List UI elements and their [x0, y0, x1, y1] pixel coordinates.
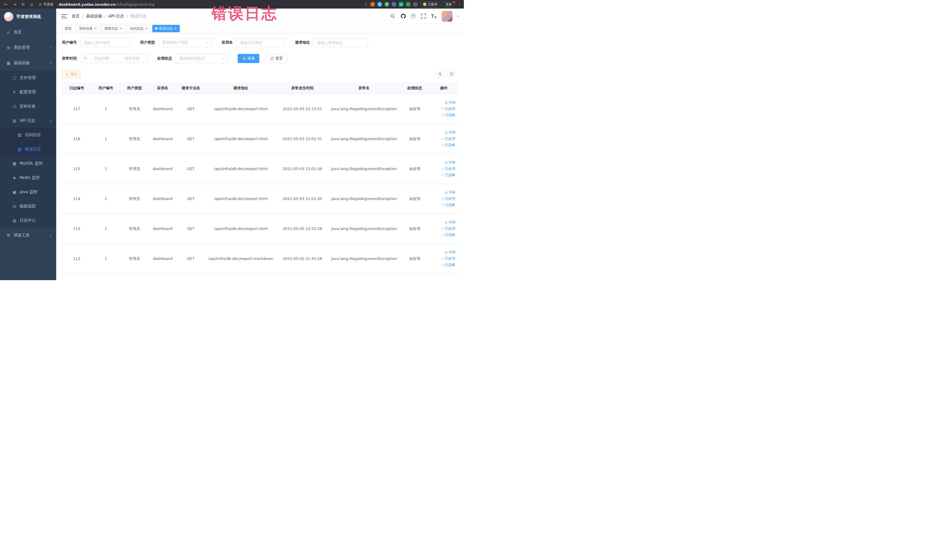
- breadcrumb-item[interactable]: 首页: [72, 14, 79, 19]
- mark-ignored-link[interactable]: ✓已忽略: [442, 262, 455, 267]
- mark-processed-link[interactable]: ✓已处理: [442, 136, 455, 141]
- sidebar-item-system-management[interactable]: ⚙ 系统管理 ∨: [0, 40, 56, 55]
- tools-icon: ⚒: [6, 233, 11, 238]
- gear-icon: ⚙: [6, 45, 11, 50]
- table-row: 117 1 管理员 dashboard GET /api/infra/db-do…: [62, 94, 458, 124]
- detail-link[interactable]: ◎详细: [445, 160, 455, 165]
- app-name-input[interactable]: [236, 38, 285, 47]
- export-button[interactable]: 导出: [62, 70, 81, 78]
- user-type-select[interactable]: 请选择用户类型: [158, 38, 212, 47]
- font-size-icon[interactable]: T⇅: [431, 14, 437, 19]
- cell-log-id: 117: [62, 94, 92, 124]
- back-icon[interactable]: ←: [3, 1, 9, 8]
- calendar-icon: [83, 57, 87, 61]
- sidebar-item-api-logs[interactable]: ▤ API 日志 ∧: [0, 113, 56, 128]
- paused-badge[interactable]: 已暂停: [420, 2, 440, 8]
- sidebar-item-dev-tools[interactable]: ⚒ 研发工具 ∨: [0, 227, 56, 243]
- toggle-search-button[interactable]: [436, 70, 444, 78]
- mark-processed-link[interactable]: ✓已处理: [442, 107, 455, 111]
- extension-icon[interactable]: [370, 2, 375, 6]
- update-button[interactable]: 更新: [443, 2, 455, 8]
- eye-icon: ◎: [445, 191, 447, 194]
- tab-access-logs[interactable]: 访问日志 ×: [127, 25, 151, 32]
- extension-on-icon[interactable]: on: [399, 2, 403, 6]
- infrastructure-icon: ▦: [6, 61, 11, 65]
- sidebar-item-mysql-monitor[interactable]: ▦ MySQL 监控: [0, 156, 56, 171]
- breadcrumb-item[interactable]: API 日志: [108, 14, 124, 19]
- mark-ignored-link[interactable]: ✓已忽略: [442, 203, 455, 208]
- help-icon[interactable]: ?: [411, 14, 416, 18]
- breadcrumb-item[interactable]: 基础设施: [86, 14, 102, 19]
- extension-icon[interactable]: [413, 2, 418, 6]
- exception-time-range-picker[interactable]: 开始日期 - 结束日期: [80, 54, 148, 63]
- tab-schedule-logs[interactable]: 调度日志 ×: [102, 25, 125, 32]
- address-bar[interactable]: dashboard.yudao.iocoder.cn/infra/log/api…: [59, 2, 362, 6]
- avatar-caret-icon[interactable]: ▾: [457, 15, 459, 18]
- user-avatar[interactable]: [442, 11, 452, 22]
- refresh-table-button[interactable]: [447, 70, 456, 78]
- close-icon[interactable]: ×: [174, 26, 177, 31]
- github-icon[interactable]: [400, 14, 406, 19]
- close-icon[interactable]: ×: [94, 26, 97, 31]
- cell-exception: java.lang.IllegalArgumentException: [328, 124, 400, 154]
- breadcrumb: 首页 / 基础设施 / API 日志 / 错误日志: [72, 14, 147, 19]
- mark-processed-link[interactable]: ✓已处理: [442, 166, 455, 171]
- sidebar-item-infrastructure[interactable]: ▦ 基础设施 ∧: [0, 55, 56, 71]
- log-icon: ▤: [12, 118, 17, 123]
- cell-time: 2021-05-02 21:45:28: [276, 244, 328, 273]
- mark-processed-link[interactable]: ✓已处理: [442, 196, 455, 201]
- sidebar-item-log-center[interactable]: ▤ 日志中心: [0, 214, 56, 227]
- sidebar-item-redis-monitor[interactable]: ◈ Redis 监控: [0, 171, 56, 185]
- cell-user-type: 管理员: [120, 214, 149, 244]
- tab-error-logs[interactable]: 错误日志 ×: [152, 25, 180, 32]
- sidebar-item-scheduled-tasks[interactable]: ◷ 定时任务: [0, 99, 56, 113]
- reset-button[interactable]: 重置: [266, 54, 287, 63]
- extension-icon[interactable]: [392, 2, 396, 6]
- extension-icon[interactable]: [377, 2, 382, 6]
- user-id-input[interactable]: [80, 38, 130, 47]
- app-logo[interactable]: 芋道管理系统: [0, 9, 56, 24]
- mark-processed-link[interactable]: ✓已处理: [442, 256, 455, 261]
- mark-ignored-link[interactable]: ✓已忽略: [442, 172, 455, 177]
- extension-icon[interactable]: [406, 2, 411, 6]
- home-icon[interactable]: ⌂: [29, 1, 35, 8]
- detail-link[interactable]: ◎详细: [445, 100, 455, 105]
- request-url-input[interactable]: [313, 38, 368, 47]
- hamburger-icon[interactable]: [61, 14, 67, 18]
- sidebar-item-config-management[interactable]: ✎ 配置管理: [0, 85, 56, 99]
- mark-ignored-link[interactable]: ✓已忽略: [442, 232, 455, 237]
- tab-home[interactable]: 首页: [62, 25, 75, 32]
- mark-ignored-link[interactable]: ✓已忽略: [442, 143, 455, 148]
- mark-processed-link[interactable]: ✓已处理: [442, 226, 455, 231]
- detail-link[interactable]: ◎详细: [445, 250, 455, 255]
- sidebar-item-link-tracing[interactable]: ◎ 链路追踪: [0, 199, 56, 214]
- tab-scheduled-tasks[interactable]: 定时任务 ×: [76, 25, 100, 32]
- cell-actions: ◎详细 ✓已处理 ✓已忽略: [430, 244, 458, 273]
- search-button[interactable]: 搜索: [238, 54, 259, 63]
- cell-user-type: 管理员: [120, 94, 149, 124]
- refresh-icon: [270, 57, 274, 61]
- sidebar-item-error-logs[interactable]: ▧ 错误日志: [0, 142, 56, 156]
- cell-exception: java.lang.IllegalArgumentException: [328, 184, 400, 214]
- bookmark-star-icon[interactable]: ☆: [364, 2, 368, 6]
- search-icon[interactable]: [390, 14, 395, 19]
- detail-link[interactable]: ◎详细: [445, 190, 455, 195]
- mark-ignored-link[interactable]: ✓已忽略: [442, 113, 455, 117]
- vue-devtools-icon[interactable]: V: [385, 2, 389, 6]
- process-status-select[interactable]: 请选择处理状态: [176, 54, 228, 63]
- col-status: 处理状态: [400, 82, 430, 94]
- sidebar-item-file-management[interactable]: ▢ 文件管理: [0, 71, 56, 85]
- cell-actions: ◎详细 ✓已处理 ✓已忽略: [430, 124, 458, 154]
- sidebar-item-access-logs[interactable]: ▥ 访问日志: [0, 128, 56, 142]
- chrome-menu-icon[interactable]: ⋮: [457, 2, 461, 6]
- close-icon[interactable]: ×: [119, 26, 122, 31]
- close-icon[interactable]: ×: [145, 26, 148, 31]
- detail-link[interactable]: ◎详细: [445, 130, 455, 135]
- forward-icon[interactable]: →: [11, 1, 18, 8]
- refresh-icon[interactable]: ↻: [20, 1, 26, 8]
- sidebar-item-home[interactable]: ⌂ 首页: [0, 24, 56, 40]
- security-chip[interactable]: ⚠ 不安全: [39, 2, 53, 7]
- sidebar-item-java-monitor[interactable]: ▣ Java 监控: [0, 185, 56, 199]
- detail-link[interactable]: ◎详细: [445, 220, 455, 225]
- fullscreen-icon[interactable]: [420, 14, 426, 19]
